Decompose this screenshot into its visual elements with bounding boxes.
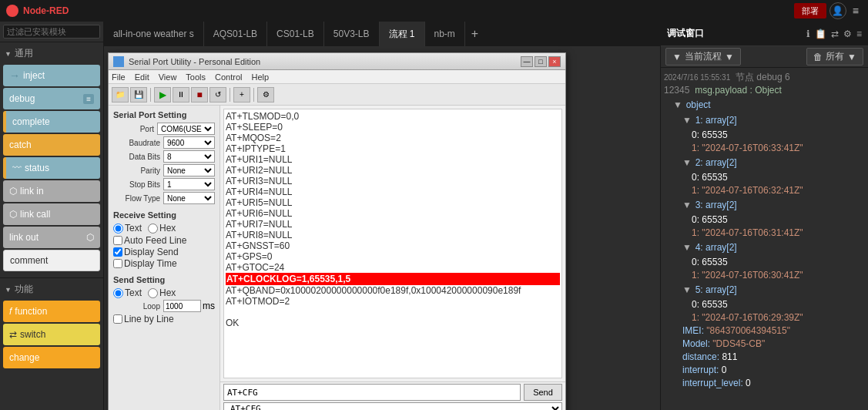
menu-icon[interactable]: ≡ <box>850 5 862 17</box>
line-by-line-checkbox[interactable] <box>113 314 122 324</box>
tab-50V3-LB[interactable]: 50V3-LB <box>324 22 380 46</box>
node-function[interactable]: f function <box>3 301 100 322</box>
databits-select[interactable]: 8 <box>163 150 215 163</box>
receive-hex-radio-label[interactable]: Hex <box>148 223 176 234</box>
receive-text-radio[interactable] <box>113 223 123 234</box>
tab-add-button[interactable]: + <box>465 27 484 41</box>
toolbar-open-btn[interactable]: 📁 <box>112 87 129 102</box>
copy-icon[interactable]: 📋 <box>815 29 826 39</box>
maximize-button[interactable]: □ <box>535 56 547 67</box>
receive-area[interactable]: AT+TLSMOD=0,0 AT+SLEEP=0 AT+MQOS=2 AT+IP… <box>223 109 562 378</box>
node-comment[interactable]: comment <box>3 250 100 271</box>
serial-body: Serial Port Setting Port COM6(USE Baudra… <box>109 106 565 410</box>
panel-menu-icon[interactable]: ≡ <box>856 29 862 39</box>
send-setting-title: Send Setting <box>113 275 215 284</box>
toolbar-pause-btn[interactable]: ⏸ <box>173 87 189 102</box>
receive-text-radio-label[interactable]: Text <box>113 223 142 234</box>
serial-window-title: Serial Port Utility - Personal Edition <box>129 57 521 66</box>
sidebar-common-label: 通用 <box>15 47 33 60</box>
current-flow-filter[interactable]: ▼ 当前流程 ▼ <box>665 48 741 66</box>
deploy-button[interactable]: 部署 <box>794 3 826 18</box>
node-linkin[interactable]: ⬡ link in <box>3 180 100 202</box>
stopbits-select[interactable]: 1 <box>163 178 215 190</box>
node-change-label: change <box>9 352 39 363</box>
auto-feed-row: Auto Feed Line <box>113 235 215 246</box>
toolbar-play-btn[interactable]: ▶ <box>154 87 171 102</box>
clear-arrow: ▼ <box>847 52 856 62</box>
close-button[interactable]: × <box>548 56 561 67</box>
toolbar-add-btn[interactable]: + <box>233 87 250 102</box>
menu-edit[interactable]: Edit <box>135 72 149 82</box>
node-change[interactable]: change <box>3 347 100 368</box>
receive-line-6: AT+URI3=NULL <box>226 176 560 187</box>
receive-line-10: AT+URI7=NULL <box>226 219 560 230</box>
toolbar-refresh-btn[interactable]: ↺ <box>209 87 226 102</box>
toolbar-save-btn[interactable]: 💾 <box>130 87 147 102</box>
receive-line-5: AT+URI2=NULL <box>226 165 560 176</box>
serial-titlebar: Serial Port Utility - Personal Edition —… <box>109 53 565 70</box>
flowtype-select[interactable]: None <box>163 192 215 204</box>
toolbar-settings-btn[interactable]: ⚙ <box>257 87 274 102</box>
display-send-label[interactable]: Display Send <box>113 247 179 257</box>
menu-control[interactable]: Control <box>215 72 242 82</box>
node-linkout-label: link out <box>9 232 39 243</box>
node-complete[interactable]: complete <box>3 111 100 133</box>
svg-rect-0 <box>115 58 122 66</box>
send-input-field[interactable] <box>223 384 521 401</box>
node-status[interactable]: 〰 status <box>3 157 100 179</box>
receive-line-14: AT+GTOC=24 <box>226 262 560 273</box>
display-time-label[interactable]: Display Time <box>113 258 177 269</box>
user-icon[interactable]: 👤 <box>829 2 846 19</box>
node-switch[interactable]: ⇄ switch <box>3 324 100 345</box>
info-icon[interactable]: ℹ <box>806 29 810 39</box>
sidebar-common-header[interactable]: ▼ 通用 <box>0 45 103 62</box>
node-switch-label: switch <box>20 329 45 340</box>
send-button[interactable]: Send <box>524 384 562 401</box>
swap-icon[interactable]: ⇄ <box>831 29 839 39</box>
debug-timestamp-line: 2024/7/16 15:55:31 节点 debug 6 <box>664 71 865 84</box>
menu-tools[interactable]: Tools <box>186 72 206 82</box>
tab-流程1[interactable]: 流程 1 <box>380 22 425 46</box>
send-dropdown[interactable]: AT+CFG <box>223 402 562 410</box>
search-input[interactable] <box>3 25 100 39</box>
receive-setting-title: Receive Setting <box>113 210 215 220</box>
menu-view[interactable]: View <box>159 72 177 82</box>
send-text-radio[interactable] <box>113 288 123 298</box>
node-catch[interactable]: catch <box>3 134 100 156</box>
port-label: Port <box>113 125 157 133</box>
minimize-button[interactable]: — <box>521 56 533 67</box>
send-hex-radio-label[interactable]: Hex <box>148 287 176 298</box>
node-linkcall[interactable]: ⬡ link call <box>3 203 100 225</box>
tree-interrupt: interrupt: 0 <box>682 364 865 377</box>
clear-all-button[interactable]: 🗑 所有 ▼ <box>806 48 863 66</box>
menu-help[interactable]: Help <box>252 72 270 82</box>
receive-hex-radio[interactable] <box>148 223 158 234</box>
loop-unit: ms <box>203 301 215 311</box>
loop-input[interactable] <box>163 300 201 312</box>
auto-feed-checkbox[interactable] <box>113 236 122 245</box>
port-select[interactable]: COM6(USE <box>157 123 215 135</box>
auto-feed-label[interactable]: Auto Feed Line <box>113 235 186 246</box>
line-by-line-label[interactable]: Line by Line <box>113 314 174 324</box>
tab-nb-m[interactable]: nb-m <box>425 22 465 46</box>
tab-CS01-LB[interactable]: CS01-LB <box>267 22 324 46</box>
node-inject[interactable]: → inject <box>3 65 100 86</box>
parity-select[interactable]: None <box>163 164 215 176</box>
settings-icon[interactable]: ⚙ <box>843 29 852 39</box>
sidebar-common-section: ▼ 通用 → inject debug ≡ complete catch <box>0 42 103 277</box>
sidebar-function-header[interactable]: ▼ 功能 <box>0 281 103 297</box>
display-send-checkbox[interactable] <box>113 247 122 257</box>
baudrate-select[interactable]: 9600 <box>163 136 215 149</box>
toolbar-stop-btn[interactable]: ■ <box>191 87 208 102</box>
display-time-checkbox[interactable] <box>113 259 122 268</box>
node-linkout[interactable]: link out ⬡ <box>3 227 100 248</box>
send-text-radio-label[interactable]: Text <box>113 287 142 298</box>
port-row: Port COM6(USE <box>113 123 215 135</box>
send-hex-radio[interactable] <box>148 288 158 298</box>
tree-items: ▼ 1: array[2] 0: 65535 1: "2024-07-16T06… <box>673 113 865 390</box>
tab-all-in-one[interactable]: all-in-one weather s <box>104 22 204 46</box>
app-logo: Node-RED <box>6 5 69 17</box>
node-debug[interactable]: debug ≡ <box>3 88 100 109</box>
menu-file[interactable]: File <box>112 72 126 82</box>
tab-AQS01-LB[interactable]: AQS01-LB <box>204 22 267 46</box>
